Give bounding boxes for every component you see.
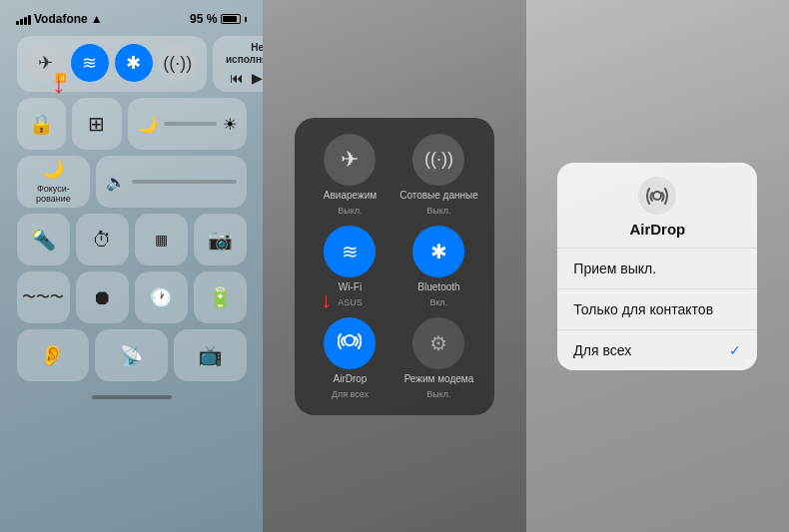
svg-point-1: [653, 192, 661, 200]
media-player-box: Не исполняется ⏮ ▶ ⏭: [213, 36, 264, 92]
battery-icon: [221, 14, 241, 24]
soundwave-icon: 〜〜〜: [22, 288, 64, 306]
camera-button[interactable]: 📷: [194, 214, 247, 266]
focus-label: Фокуси-рование: [36, 184, 71, 206]
focus-button[interactable]: 🌙 Фокуси-рование: [17, 156, 90, 208]
top-connectivity-row: ✈ 📶 ≋ ✱ ((·)) Не исполн: [17, 36, 247, 92]
battery-widget-button[interactable]: 🔋: [194, 271, 247, 323]
airdrop-option-off[interactable]: Прием выкл.: [557, 249, 757, 289]
exp-cell-airdrop: AirDrop Для всех ↓: [311, 317, 390, 399]
sun-icon: ☀: [223, 115, 237, 134]
exp-hotspot-icon: ⚙: [429, 331, 447, 355]
exp-wifi-sublabel: ASUS: [338, 297, 363, 307]
play-icon[interactable]: ▶: [252, 70, 263, 86]
bar2: [20, 19, 23, 25]
wifi-overlay-icon: 📶: [54, 72, 67, 84]
airplane-mode-button[interactable]: ✈ 📶: [27, 44, 65, 82]
volume-slider[interactable]: 🔊: [96, 156, 247, 208]
remote-icon: 📺: [198, 343, 223, 367]
expanded-connectivity-panel: ✈ Авиарежим Выкл. ((·)) Сотовые данные В…: [263, 0, 525, 532]
airdrop-header: AirDrop: [557, 163, 757, 249]
exp-hotspot-label: Режим модема: [404, 373, 474, 385]
exp-hotspot-sublabel: Выкл.: [426, 389, 450, 399]
prev-icon[interactable]: ⏮: [230, 70, 244, 86]
status-bar: Vodafone ▲ 95 %: [10, 8, 253, 30]
timer-icon: ⏱: [92, 229, 112, 252]
exp-wifi-icon: ≋: [342, 240, 359, 264]
volume-icon: 🔊: [106, 173, 126, 192]
soundwave-button[interactable]: 〜〜〜: [17, 271, 70, 323]
airdrop-option-everyone[interactable]: Для всех ✓: [557, 330, 757, 370]
exp-cell-hotspot: ⚙ Режим модема Выкл.: [399, 317, 478, 399]
record-icon: ⏺: [92, 286, 112, 309]
home-indicator: [92, 395, 172, 399]
wifi-icon: ≋: [82, 52, 97, 74]
wifi-status-icon: ▲: [91, 12, 103, 26]
record-button[interactable]: ⏺: [76, 271, 129, 323]
exp-airplane-label: Авиарежим: [324, 190, 377, 202]
brightness-slider[interactable]: 🌙 ☀: [128, 98, 247, 150]
camera-icon: 📷: [208, 228, 233, 252]
row-tools: 🔦 ⏱ ▦ 📷: [17, 214, 247, 266]
moon-icon: 🌙: [138, 115, 158, 134]
bluetooth-button[interactable]: ✱: [115, 44, 153, 82]
exp-cell-cellular: ((·)) Сотовые данные Выкл.: [399, 134, 478, 216]
brightness-track: [164, 122, 217, 126]
carrier-label: Vodafone: [34, 12, 88, 26]
bar3: [24, 17, 27, 25]
airdrop-small-button[interactable]: 📡: [95, 329, 168, 381]
row-lock-mirror: 🔒 ⊞ 🌙 ☀: [17, 98, 247, 150]
screen-mirror-button[interactable]: ⊞: [72, 98, 122, 150]
exp-wifi-label: Wi-Fi: [339, 281, 362, 293]
airdrop-contacts-label: Только для контактов: [573, 301, 713, 317]
calculator-button[interactable]: ▦: [135, 214, 188, 266]
exp-airplane-sublabel: Выкл.: [338, 206, 362, 216]
conn-box-top: ✈ 📶 ≋ ✱ ((·)): [27, 44, 197, 82]
airplane-icon: ✈: [38, 52, 53, 74]
cellular-button[interactable]: ((·)): [159, 44, 197, 82]
media-controls: ⏮ ▶ ⏭: [230, 70, 263, 86]
bluetooth-icon: ✱: [126, 52, 141, 74]
flashlight-icon: 🔦: [31, 228, 56, 252]
exp-cell-bluetooth: ✱ Bluetooth Вкл.: [399, 226, 478, 307]
airdrop-header-icon: [638, 177, 676, 215]
wifi-button[interactable]: ≋: [71, 44, 109, 82]
exp-airdrop-sublabel: Для всех: [332, 389, 369, 399]
cellular-icon: ((·)): [163, 53, 192, 74]
clock-button[interactable]: 🕐: [135, 271, 188, 323]
remote-button[interactable]: 📺: [174, 329, 247, 381]
airdrop-everyone-label: Для всех: [573, 342, 631, 358]
battery-tip: [245, 17, 247, 22]
hearing-button[interactable]: 👂: [17, 329, 90, 381]
exp-bluetooth-sublabel: Вкл.: [430, 297, 448, 307]
exp-cell-wifi: ≋ Wi-Fi ASUS: [311, 226, 390, 307]
bar1: [16, 21, 19, 25]
exp-airdrop-label: AirDrop: [334, 373, 368, 385]
expanded-menu: ✈ Авиарежим Выкл. ((·)) Сотовые данные В…: [295, 118, 494, 415]
focus-moon-icon: 🌙: [42, 159, 64, 181]
row-extras: 〜〜〜 ⏺ 🕐 🔋: [17, 271, 247, 323]
airdrop-popup: AirDrop Прием выкл. Только для контактов…: [557, 163, 757, 370]
row-focus-volume: 🌙 Фокуси-рование 🔊: [17, 156, 247, 208]
exp-airplane-button[interactable]: ✈: [324, 134, 376, 186]
exp-hotspot-button[interactable]: ⚙: [412, 317, 464, 369]
battery-widget-icon: 🔋: [208, 285, 233, 309]
signal-bars: [16, 13, 31, 25]
volume-track: [132, 180, 237, 184]
battery-pct: 95 %: [190, 12, 217, 26]
status-left: Vodafone ▲: [16, 12, 103, 26]
rotation-lock-button[interactable]: 🔒: [17, 98, 67, 150]
flashlight-button[interactable]: 🔦: [17, 214, 70, 266]
expanded-grid: ✈ Авиарежим Выкл. ((·)) Сотовые данные В…: [311, 134, 478, 399]
exp-bluetooth-button[interactable]: ✱: [412, 226, 464, 277]
exp-airdrop-button[interactable]: [324, 317, 376, 369]
calculator-icon: ▦: [155, 232, 168, 248]
timer-button[interactable]: ⏱: [76, 214, 129, 266]
exp-cellular-button[interactable]: ((·)): [412, 134, 464, 186]
exp-wifi-button[interactable]: ≋: [324, 226, 376, 277]
exp-cellular-sublabel: Выкл.: [426, 206, 450, 216]
airdrop-option-contacts[interactable]: Только для контактов: [557, 289, 757, 330]
clock-icon: 🕐: [149, 285, 174, 309]
connectivity-box: ✈ 📶 ≋ ✱ ((·)): [17, 36, 207, 92]
mirror-icon: ⊞: [88, 112, 105, 136]
